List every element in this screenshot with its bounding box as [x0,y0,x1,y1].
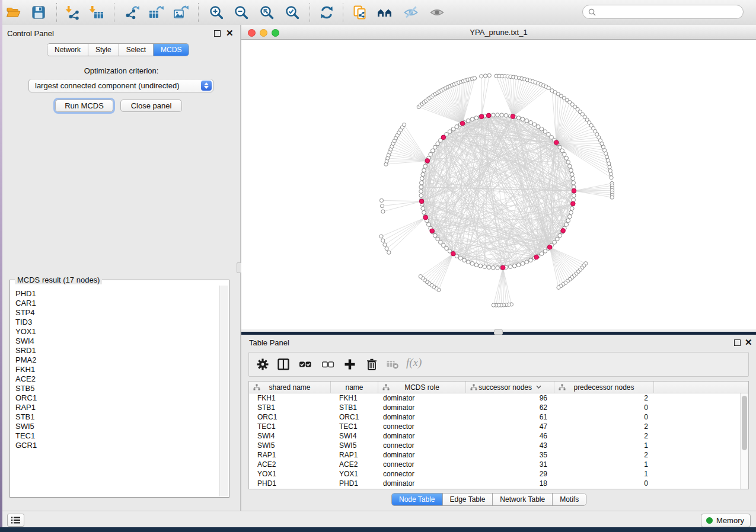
memory-label: Memory [716,516,744,525]
column-header-successor-nodes[interactable]: successor nodes [466,382,554,393]
tab-network-table[interactable]: Network Table [493,493,553,505]
result-node[interactable]: SRD1 [15,346,220,355]
control-panel: Control Panel ✕ Network Style Select MCD… [2,25,240,511]
horizontal-splitter-handle[interactable] [494,329,503,335]
new-network-from-selection-button[interactable] [352,5,368,20]
destroy-table-button-disabled [386,358,399,371]
result-node[interactable]: SWI4 [15,336,220,346]
hide-selected-eye-icon [403,5,419,20]
export-network-button[interactable] [125,5,140,20]
zoom-in-button[interactable] [209,5,224,20]
tab-mcds[interactable]: MCDS [154,44,189,56]
show-panel-button[interactable] [7,514,24,527]
table-row[interactable]: ACE2ACE2connector311 [249,460,740,469]
zoom-out-button[interactable] [234,5,249,20]
table-settings-button[interactable] [256,358,269,371]
zoom-selected-icon [285,5,300,20]
table-tabs: Node Table Edge Table Network Table Moti… [391,493,586,506]
save-button[interactable] [31,5,46,20]
split-columns-icon [277,358,290,371]
result-node[interactable]: CAR1 [15,299,220,308]
table-row[interactable]: YOX1YOX1connector291 [249,469,740,479]
hide-selected-button[interactable] [403,5,419,20]
first-neighbors-button[interactable] [377,5,393,20]
result-node[interactable]: ORC1 [15,393,220,403]
float-panel-icon[interactable] [214,30,221,37]
toolbar-separator [198,3,199,22]
attribute-type-icon [559,384,566,391]
table-row[interactable]: TEC1TEC1connector472 [249,422,740,431]
desktop-wallpaper-edge [0,0,2,527]
result-node[interactable]: PMA2 [15,355,220,365]
import-table-button[interactable] [89,5,104,20]
column-header-mcds-role[interactable]: MCDS role [378,382,466,393]
main-toolbar [0,0,756,25]
result-node[interactable]: TEC1 [15,431,220,441]
table-row[interactable]: RAP1RAP1dominator352 [249,450,740,460]
close-panel-button[interactable]: Close panel [120,100,182,112]
table-row[interactable]: FKH1FKH1dominator962 [249,393,740,403]
status-bar: Memory [0,511,756,527]
zoom-fit-button[interactable] [259,5,275,20]
result-node[interactable]: RAP1 [15,403,220,412]
search-input[interactable] [596,7,743,17]
function-builder-button-disabled: f(x) [406,356,422,369]
network-canvas[interactable] [241,40,756,329]
tab-edge-table[interactable]: Edge Table [443,493,493,505]
mcds-result-list[interactable]: PHD1 CAR1 STP4 TID3 YOX1 SWI4 SRD1 PMA2 … [11,286,220,496]
result-node[interactable]: GCR1 [15,441,220,450]
refresh-layout-button[interactable] [319,5,334,20]
select-all-button[interactable] [299,358,312,371]
table-scrollbar-thumb[interactable] [742,396,747,450]
result-node[interactable]: PHD1 [15,289,220,299]
export-table-icon [148,5,164,20]
column-header-predecessor-nodes[interactable]: predecessor nodes [554,382,654,393]
result-node[interactable]: SWI5 [15,422,220,431]
table-row[interactable]: SWI4SWI4dominator462 [249,431,740,441]
search-box[interactable] [582,5,744,19]
result-node[interactable]: TID3 [15,318,220,327]
tab-style[interactable]: Style [88,44,119,56]
show-column-panel-button[interactable] [277,358,290,371]
zoom-selected-button[interactable] [285,5,300,20]
result-scrollbar[interactable] [219,286,228,496]
tab-node-table[interactable]: Node Table [392,493,443,505]
result-node[interactable]: ACE2 [15,374,220,384]
table-row[interactable]: STB1STB1dominator620 [249,403,740,412]
optimization-criterion-select[interactable]: largest connected component (undirected) [28,79,213,92]
table-row[interactable]: PHD1PHD1dominator180 [249,479,740,488]
result-node[interactable]: STB1 [15,412,220,422]
zoom-fit-icon [259,5,275,20]
show-all-button[interactable] [429,5,445,20]
tab-select[interactable]: Select [119,44,154,56]
table-panel: Table Panel ✕ [241,335,756,511]
export-table-button[interactable] [148,5,164,20]
search-icon [588,8,596,16]
table-row[interactable]: ORC1ORC1dominator610 [249,412,740,422]
result-node[interactable]: STP4 [15,308,220,318]
result-node[interactable]: FKH1 [15,365,220,374]
column-header-shared-name[interactable]: shared name [249,382,331,393]
export-image-button[interactable] [173,5,189,20]
attribute-type-icon [253,384,260,391]
close-panel-icon[interactable]: ✕ [226,30,234,37]
result-node[interactable]: STB5 [15,384,220,393]
result-node[interactable]: YOX1 [15,327,220,336]
import-network-button[interactable] [65,5,81,20]
mcds-result-group: MCDS result (17 nodes) PHD1 CAR1 STP4 TI… [9,280,229,498]
float-table-panel-icon[interactable] [734,339,741,346]
tab-network[interactable]: Network [47,44,88,56]
open-button[interactable] [6,5,21,20]
tab-motifs[interactable]: Motifs [553,493,586,505]
clear-selection-button[interactable] [321,358,334,371]
table-toolbar: f(x) [248,352,749,377]
column-header-name[interactable]: name [331,382,378,393]
table-scrollbar[interactable] [740,393,748,489]
add-button[interactable] [343,358,356,371]
run-mcds-button[interactable]: Run MCDS [55,100,113,112]
close-table-panel-icon[interactable]: ✕ [745,339,752,346]
network-window-titlebar[interactable]: YPA_prune.txt_1 [241,25,756,40]
table-row[interactable]: SWI5SWI5connector431 [249,441,740,450]
memory-button[interactable]: Memory [701,514,751,527]
delete-button[interactable] [365,358,378,371]
